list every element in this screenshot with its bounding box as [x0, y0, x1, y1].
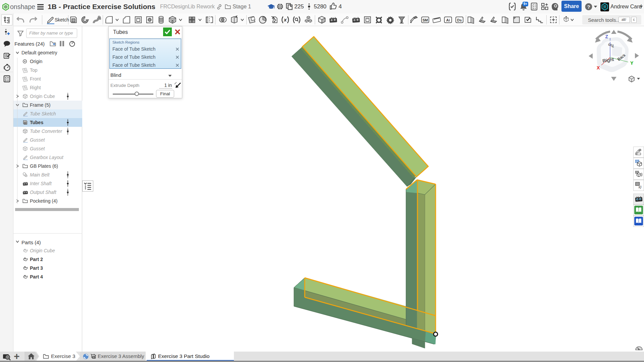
- svg-text:X: X: [597, 65, 600, 70]
- svg-text:Ai: Ai: [446, 18, 450, 22]
- svg-text:Z: Z: [605, 34, 608, 39]
- svg-text:Y: Y: [630, 60, 634, 66]
- svg-text:?: ?: [587, 4, 590, 10]
- svg-text:SM: SM: [423, 18, 428, 22]
- svg-text:Ds: Ds: [457, 18, 462, 22]
- svg-text:x): x): [638, 185, 642, 189]
